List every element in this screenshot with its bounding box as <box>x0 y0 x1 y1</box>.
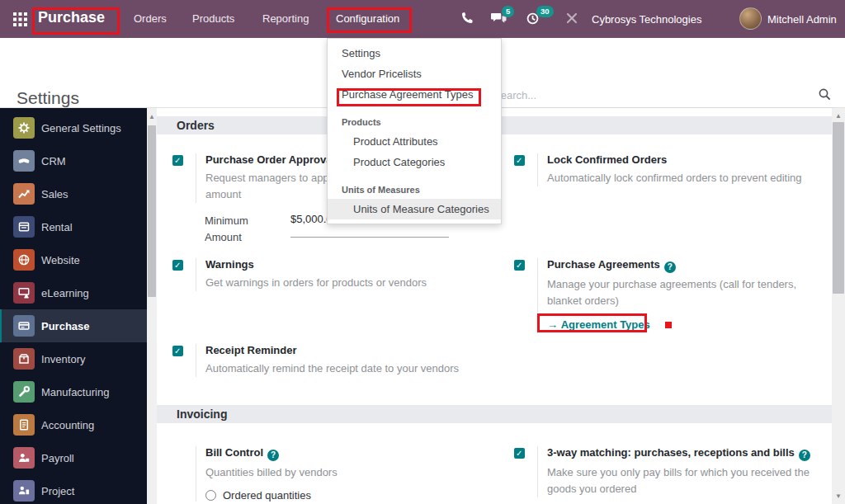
sidebar-label: Website <box>41 254 80 266</box>
help-icon[interactable] <box>267 450 279 461</box>
setting-description: Make sure you only pay bills for which y… <box>547 464 828 497</box>
payroll-icon <box>13 447 35 469</box>
sidebar-item-general-settings[interactable]: General Settings <box>0 111 147 144</box>
scroll-up-icon[interactable] <box>147 113 157 120</box>
dropdown-item-product-attributes[interactable]: Product Attributes <box>328 131 501 152</box>
activities-count-badge[interactable]: 30 <box>536 6 554 17</box>
page-title: Settings <box>17 88 79 108</box>
sidebar-label: CRM <box>41 155 66 167</box>
setting-description: Manage your purchase agreements (call fo… <box>547 276 803 309</box>
dropdown-item-vendor-pricelists[interactable]: Vendor Pricelists <box>328 64 501 84</box>
sidebar-item-accounting[interactable]: Accounting <box>0 408 147 441</box>
setting-title: Purchase Agreements <box>547 258 832 273</box>
search-input[interactable] <box>493 84 811 106</box>
sidebar-item-manufacturing[interactable]: Manufacturing <box>0 375 147 408</box>
setting-receipt-reminder: Receipt Reminder Automatically remind th… <box>172 344 503 377</box>
sidebar-label: Sales <box>41 188 68 200</box>
checkbox-purchase-order-approval[interactable] <box>172 155 183 166</box>
user-avatar[interactable] <box>739 7 762 30</box>
sidebar-label: Rental <box>41 221 73 233</box>
apps-grid-icon[interactable] <box>13 12 27 26</box>
content-scrollbar-thumb[interactable] <box>833 122 844 294</box>
sidebar-item-sales[interactable]: Sales <box>0 177 147 210</box>
setting-purchase-agreements: Purchase Agreements Manage your purchase… <box>514 258 832 333</box>
user-name[interactable]: Mitchell Admin <box>767 13 837 26</box>
dropdown-section-units-of-measures: Units of Measures <box>328 181 501 199</box>
setting-description: Quantities billed by vendors <box>205 464 486 481</box>
help-icon[interactable] <box>799 450 810 461</box>
sidebar-label: General Settings <box>41 122 121 134</box>
scroll-down-icon[interactable] <box>832 492 845 500</box>
setting-description: Get warnings in orders for products or v… <box>205 275 486 291</box>
dropdown-item-purchase-agreement-types[interactable]: Purchase Agreement Types <box>328 84 501 105</box>
settings-sidebar: General Settings CRM Sales Rental Websit… <box>0 108 147 504</box>
menu-reporting[interactable]: Reporting <box>262 12 309 25</box>
sidebar-item-project[interactable]: Project <box>0 474 147 504</box>
box-icon <box>13 348 35 370</box>
handshake-icon <box>13 150 35 172</box>
sidebar-scrollbar[interactable] <box>147 108 157 504</box>
search-bar <box>493 84 833 108</box>
menu-orders[interactable]: Orders <box>134 12 167 25</box>
menu-products[interactable]: Products <box>192 12 234 25</box>
sidebar-label: Purchase <box>41 320 90 332</box>
radio-label: Ordered quantities <box>223 489 311 502</box>
search-icon[interactable] <box>818 87 832 101</box>
sidebar-label: Payroll <box>41 452 74 464</box>
company-name[interactable]: Cybrosys Technologies <box>592 13 701 26</box>
setting-title: Bill Control <box>205 446 503 461</box>
setting-description: Automatically lock confirmed orders to p… <box>547 170 844 186</box>
configuration-dropdown-menu: Settings Vendor Pricelists Purchase Agre… <box>327 38 502 224</box>
developer-tools-icon[interactable] <box>565 12 582 26</box>
checkbox-receipt-reminder[interactable] <box>172 346 183 356</box>
checkbox-purchase-agreements[interactable] <box>514 260 525 271</box>
checkbox-warnings[interactable] <box>172 260 183 271</box>
setting-bill-control: Bill Control Quantities billed by vendor… <box>172 446 503 502</box>
radio-row-ordered-quantities: Ordered quantities <box>205 489 503 502</box>
setting-lock-confirmed-orders: Lock Confirmed Orders Automatically lock… <box>514 153 832 186</box>
sidebar-label: Accounting <box>41 419 94 431</box>
sidebar-label: eLearning <box>41 287 89 299</box>
sales-chart-icon <box>13 183 35 205</box>
checkbox-three-way-matching[interactable] <box>514 448 525 459</box>
sidebar-item-crm[interactable]: CRM <box>0 144 147 177</box>
menu-configuration[interactable]: Configuration <box>336 12 399 25</box>
sidebar-item-payroll[interactable]: Payroll <box>0 441 147 474</box>
sidebar-item-inventory[interactable]: Inventory <box>0 342 147 375</box>
wrench-icon <box>13 381 35 403</box>
sidebar-item-website[interactable]: Website <box>0 243 147 276</box>
sidebar-label: Manufacturing <box>41 386 109 398</box>
phone-icon[interactable] <box>460 12 477 26</box>
credit-card-icon <box>13 315 35 337</box>
agreement-types-link[interactable]: Agreement Types <box>547 317 832 333</box>
radio-ordered-quantities[interactable] <box>205 490 216 501</box>
setting-warnings: Warnings Get warnings in orders for prod… <box>172 258 503 291</box>
sidebar-item-elearning[interactable]: eLearning <box>0 276 147 309</box>
sidebar-item-rental[interactable]: Rental <box>0 210 147 243</box>
invoice-icon <box>13 414 35 436</box>
setting-title: 3-way matching: purchases, receptions an… <box>547 446 832 461</box>
help-icon[interactable] <box>664 261 676 273</box>
scroll-up-icon[interactable] <box>832 112 845 120</box>
setting-three-way-matching: 3-way matching: purchases, receptions an… <box>514 446 832 497</box>
setting-description: Automatically remind the receipt date to… <box>205 360 503 377</box>
odoo-purchase-settings-page: Purchase Orders Products Reporting Confi… <box>0 0 845 504</box>
app-brand-purchase[interactable]: Purchase <box>38 9 105 26</box>
minimum-amount-label: Minimum Amount <box>205 213 269 246</box>
sidebar-item-purchase[interactable]: Purchase <box>0 309 147 342</box>
setting-title: Receipt Reminder <box>205 344 503 357</box>
gear-icon <box>13 117 35 139</box>
sidebar-label: Project <box>41 485 74 497</box>
sidebar-scrollbar-thumb[interactable] <box>148 125 156 297</box>
checkbox-lock-confirmed-orders[interactable] <box>514 155 525 166</box>
dropdown-item-units-of-measure-categories[interactable]: Units of Measure Categories <box>328 199 501 219</box>
section-header-invoicing: Invoicing <box>157 405 832 423</box>
project-icon <box>13 480 35 502</box>
content-scrollbar[interactable] <box>832 108 845 504</box>
messages-count-badge[interactable]: 5 <box>502 6 514 17</box>
setting-title: Warnings <box>205 258 503 271</box>
setting-title: Lock Confirmed Orders <box>547 153 832 167</box>
dropdown-item-settings[interactable]: Settings <box>328 43 501 64</box>
dropdown-item-product-categories[interactable]: Product Categories <box>328 152 501 172</box>
elearning-icon <box>13 282 35 304</box>
